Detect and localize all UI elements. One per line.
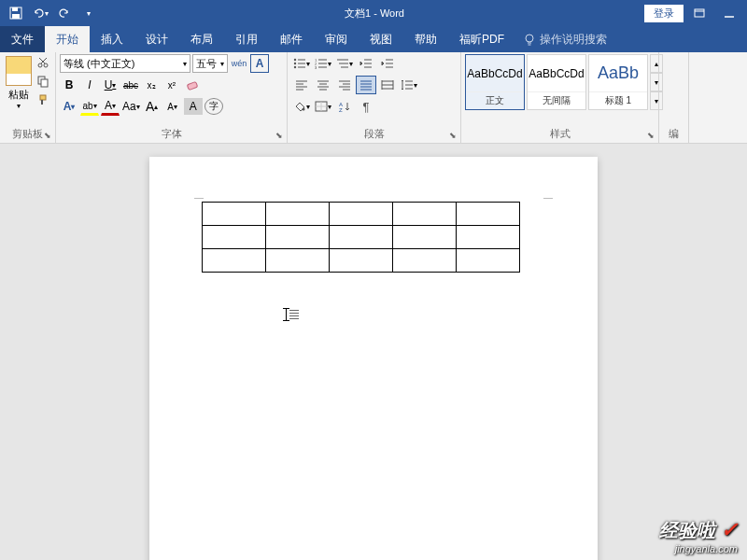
- phonetic-guide-button[interactable]: wén: [230, 54, 248, 73]
- tab-home[interactable]: 开始: [45, 26, 90, 52]
- tab-review[interactable]: 审阅: [314, 26, 359, 52]
- group-label-paragraph: 段落: [291, 125, 457, 143]
- table-row[interactable]: [203, 249, 520, 273]
- subscript-button[interactable]: x₂: [142, 76, 161, 94]
- svg-rect-1: [12, 7, 18, 11]
- table-row[interactable]: [203, 203, 520, 226]
- multilevel-list-button[interactable]: ▾: [334, 54, 355, 73]
- group-label-styles: 样式: [465, 125, 655, 143]
- bullets-icon: [293, 58, 306, 69]
- increase-indent-button[interactable]: [377, 54, 398, 73]
- line-spacing-button[interactable]: ▾: [399, 76, 419, 94]
- brush-icon: [36, 93, 49, 106]
- highlight-button[interactable]: ab▾: [80, 97, 99, 116]
- style-normal[interactable]: AaBbCcDd 正文: [465, 54, 525, 110]
- shrink-font-button[interactable]: A▾: [163, 97, 182, 116]
- distributed-button[interactable]: [377, 76, 398, 94]
- group-editing: 编: [659, 52, 689, 143]
- format-painter-button[interactable]: [35, 91, 51, 108]
- align-center-button[interactable]: [313, 76, 333, 94]
- clear-format-button[interactable]: [183, 76, 202, 94]
- watermark: 经验啦 ✓ jingyanla.com: [659, 518, 738, 554]
- svg-point-11: [294, 59, 296, 61]
- change-case-button[interactable]: Aa▾: [121, 97, 141, 116]
- tab-layout[interactable]: 布局: [179, 26, 224, 52]
- tab-references[interactable]: 引用: [224, 26, 269, 52]
- group-styles: AaBbCcDd 正文 AaBbCcDd 无间隔 AaBb 标题 1 ▴ ▾ ▾: [461, 52, 659, 143]
- qat-customize-button[interactable]: ▾: [78, 3, 99, 23]
- ribbon-display-button[interactable]: [685, 3, 713, 23]
- italic-button[interactable]: I: [80, 76, 99, 94]
- bullets-button[interactable]: ▾: [291, 54, 312, 73]
- login-button[interactable]: 登录: [644, 5, 684, 22]
- svg-text:3: 3: [315, 65, 317, 69]
- char-border-button[interactable]: A: [250, 54, 269, 73]
- decrease-indent-button[interactable]: [356, 54, 376, 73]
- paste-label: 粘贴: [8, 88, 29, 102]
- document-area[interactable]: [0, 144, 747, 560]
- show-marks-button[interactable]: ¶: [356, 97, 376, 116]
- table-row[interactable]: [203, 226, 520, 249]
- pilcrow-icon: ¶: [363, 100, 370, 114]
- group-clipboard: 粘贴 ▾ 剪贴板 ⬊: [0, 52, 56, 143]
- font-size-combo[interactable]: 五号▾: [192, 54, 228, 73]
- align-justify-button[interactable]: [356, 76, 376, 94]
- shading-button[interactable]: ▾: [291, 97, 312, 116]
- borders-button[interactable]: ▾: [313, 97, 333, 116]
- ribbon-tabs: 文件 开始 插入 设计 布局 引用 邮件 审阅 视图 帮助 福昕PDF 操作说明…: [0, 26, 747, 52]
- sort-button[interactable]: AZ: [334, 97, 355, 116]
- cut-button[interactable]: [35, 54, 51, 71]
- tab-file[interactable]: 文件: [0, 26, 45, 52]
- svg-rect-10: [187, 81, 197, 90]
- strikethrough-button[interactable]: abc: [121, 76, 140, 94]
- paste-button[interactable]: 粘贴 ▾: [4, 54, 33, 110]
- svg-point-5: [38, 63, 42, 67]
- numbering-button[interactable]: 123▾: [313, 54, 333, 73]
- font-name-combo[interactable]: 等线 (中文正文)▾: [60, 54, 190, 73]
- superscript-button[interactable]: x²: [162, 76, 181, 94]
- redo-button[interactable]: [54, 3, 75, 23]
- save-button[interactable]: [6, 3, 26, 23]
- underline-button[interactable]: U▾: [101, 76, 120, 94]
- enclose-char-button[interactable]: 字: [204, 98, 223, 115]
- font-dialog-launcher[interactable]: ⬊: [274, 130, 285, 141]
- clipboard-dialog-launcher[interactable]: ⬊: [42, 130, 53, 141]
- scissors-icon: [36, 56, 49, 69]
- group-label-editing: 编: [663, 125, 684, 143]
- style-heading1[interactable]: AaBb 标题 1: [588, 54, 648, 110]
- svg-rect-2: [12, 14, 20, 19]
- char-shading-button[interactable]: A: [184, 98, 203, 115]
- document-page[interactable]: [149, 157, 598, 560]
- grow-font-button[interactable]: A▴: [143, 97, 162, 116]
- bold-button[interactable]: B: [60, 76, 78, 94]
- align-center-icon: [317, 79, 330, 91]
- tab-foxit[interactable]: 福昕PDF: [448, 26, 515, 52]
- tab-help[interactable]: 帮助: [403, 26, 448, 52]
- tab-insert[interactable]: 插入: [90, 26, 134, 52]
- tab-design[interactable]: 设计: [134, 26, 179, 52]
- styles-dialog-launcher[interactable]: ⬊: [645, 130, 656, 141]
- align-left-button[interactable]: [291, 76, 312, 94]
- svg-rect-9: [40, 95, 46, 100]
- sort-icon: AZ: [338, 101, 351, 112]
- svg-point-6: [44, 63, 48, 67]
- paragraph-dialog-launcher[interactable]: ⬊: [447, 130, 458, 141]
- titlebar: ▾ ▾ 文档1 - Word 登录: [0, 0, 747, 26]
- margin-guide: [543, 198, 553, 199]
- svg-rect-3: [695, 9, 704, 17]
- svg-point-17: [303, 108, 305, 111]
- style-no-spacing[interactable]: AaBbCcDd 无间隔: [527, 54, 586, 110]
- copy-icon: [36, 75, 49, 88]
- document-table[interactable]: [202, 202, 520, 273]
- align-right-icon: [338, 79, 351, 91]
- align-right-button[interactable]: [334, 76, 355, 94]
- bucket-icon: [293, 101, 306, 112]
- text-effects-button[interactable]: A▾: [60, 97, 78, 116]
- tell-me-search[interactable]: 操作说明搜索: [515, 26, 614, 52]
- tab-mailings[interactable]: 邮件: [269, 26, 314, 52]
- undo-button[interactable]: ▾: [30, 3, 50, 23]
- font-color-button[interactable]: A▾: [101, 97, 120, 116]
- minimize-button[interactable]: [715, 3, 743, 23]
- copy-button[interactable]: [35, 73, 51, 90]
- tab-view[interactable]: 视图: [359, 26, 403, 52]
